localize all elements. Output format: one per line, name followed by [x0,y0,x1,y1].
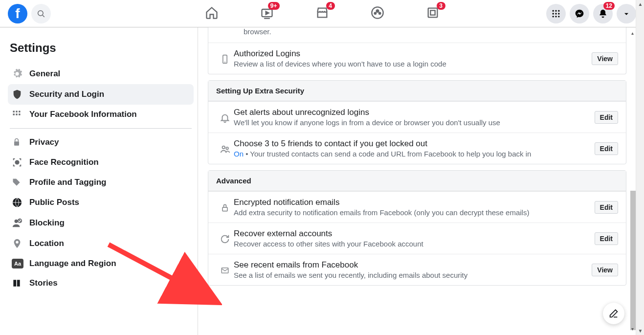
section-advanced: Advanced Encrypted notification emails A… [208,170,626,286]
marketplace-badge: 4 [326,2,335,10]
top-navbar: f 9+ 4 3 12 [0,0,644,27]
svg-point-13 [553,13,554,14]
menu-button[interactable] [546,4,566,23]
edit-button[interactable]: Edit [595,111,618,124]
sidebar-label: Privacy [29,137,59,147]
sidebar-label: Public Posts [29,198,79,207]
sidebar-label: Profile and Tagging [29,178,106,187]
watch-tab[interactable]: 9+ [260,6,274,22]
row-friends: Choose 3 to 5 friends to contact if you … [208,133,626,164]
svg-rect-22 [13,113,15,115]
edit-button[interactable]: Edit [595,201,618,214]
gear-icon [12,68,29,79]
language-icon: Aa [12,259,29,268]
edit-button[interactable]: Edit [595,142,618,155]
messenger-button[interactable] [570,4,589,23]
sidebar-item-location[interactable]: Location [8,233,194,254]
groups-tab[interactable] [371,6,384,22]
sidebar-label: Face Recognition [29,157,99,167]
phone-icon [216,52,234,65]
sidebar-label: Location [29,239,64,248]
sidebar-item-general[interactable]: General [8,64,194,84]
row-title: Authorized Logins [234,49,592,59]
row-title: Choose 3 to 5 friends to contact if you … [234,139,595,149]
sidebar-item-face[interactable]: Face Recognition [8,152,194,173]
bell-icon [598,9,608,19]
settings-sidebar: Settings General Security and Login Your… [0,27,198,335]
svg-point-14 [555,13,556,14]
svg-rect-35 [222,207,227,211]
section-top-partial: browser. Authorized Logins Review a list… [208,27,626,74]
svg-rect-24 [19,113,20,115]
svg-rect-20 [16,111,17,112]
row-desc: Recover access to other sites with your … [234,240,595,248]
page-scrollbar[interactable]: ▲ ▼ [636,0,644,335]
row-desc: Add extra security to notification email… [234,208,595,217]
row-desc: See a list of emails we sent you recentl… [234,271,592,279]
alert-bell-icon [216,112,234,123]
row-title: Encrypted notification emails [234,198,595,207]
gaming-tab[interactable]: 3 [426,6,440,22]
home-tab[interactable] [205,6,219,22]
sidebar-item-security[interactable]: Security and Login [8,84,194,105]
view-button[interactable]: View [592,264,618,276]
sidebar-item-language[interactable]: Aa Language and Region [8,254,194,273]
svg-point-5 [376,10,378,12]
gaming-badge: 3 [437,2,445,10]
sidebar-item-public[interactable]: Public Posts [8,192,194,213]
search-icon [37,9,45,18]
view-button[interactable]: View [592,52,618,65]
svg-point-28 [15,220,18,223]
sidebar-divider [10,128,192,129]
center-nav: 9+ 4 3 [205,6,440,22]
section-header: Setting Up Extra Security [208,81,626,101]
edit-button[interactable]: Edit [595,232,618,245]
svg-point-6 [374,12,376,14]
account-button[interactable] [617,4,636,23]
scroll-thumb[interactable] [630,191,636,330]
shield-icon [12,89,29,100]
svg-point-34 [226,147,228,149]
svg-rect-8 [428,8,437,17]
scroll-up-icon[interactable]: ▴ [629,30,636,36]
padlock-icon [216,202,234,213]
sidebar-item-tagging[interactable]: Profile and Tagging [8,173,194,192]
svg-point-11 [555,10,556,11]
section-extra-security: Setting Up Extra Security Get alerts abo… [208,80,626,164]
svg-point-0 [38,10,44,16]
scroll-down-icon[interactable]: ▼ [636,327,644,335]
sidebar-item-information[interactable]: Your Facebook Information [8,105,194,124]
refresh-icon [216,233,234,245]
sidebar-label: Blocking [29,218,65,228]
search-button[interactable] [31,4,51,23]
row-authorized-logins: Authorized Logins Review a list of devic… [208,43,626,74]
row-recover: Recover external accounts Recover access… [208,223,626,254]
globe-icon [12,197,29,208]
sidebar-item-stories[interactable]: Stories [8,273,194,293]
main-content: browser. Authorized Logins Review a list… [198,27,644,335]
facebook-logo[interactable]: f [8,4,27,23]
row-title: Recover external accounts [234,229,595,239]
section-header: Advanced [208,171,626,191]
sidebar-label: Language and Region [29,259,116,268]
sidebar-item-privacy[interactable]: Privacy [8,133,194,152]
grid-icon [12,110,29,119]
scroll-up-icon[interactable]: ▲ [636,0,644,8]
sidebar-label: General [29,69,60,79]
row-desc: On • Your trusted contacts can send a co… [234,150,595,158]
mail-icon [216,265,234,275]
book-icon [12,278,29,288]
content-scrollbar[interactable]: ▴ ▾ [629,29,636,333]
sidebar-item-blocking[interactable]: Blocking [8,213,194,233]
scroll-down-icon[interactable]: ▾ [629,326,636,332]
floating-edit-button[interactable] [603,303,624,324]
svg-rect-9 [430,10,435,15]
menu-grid-icon [551,9,561,19]
notifications-button[interactable]: 12 [593,4,613,23]
messenger-icon [575,9,584,19]
row-title: Get alerts about unrecognized logins [234,108,595,117]
marketplace-tab[interactable]: 4 [315,6,329,22]
svg-line-1 [43,15,44,17]
svg-point-18 [558,16,559,17]
partial-row-desc: browser. [208,27,626,43]
